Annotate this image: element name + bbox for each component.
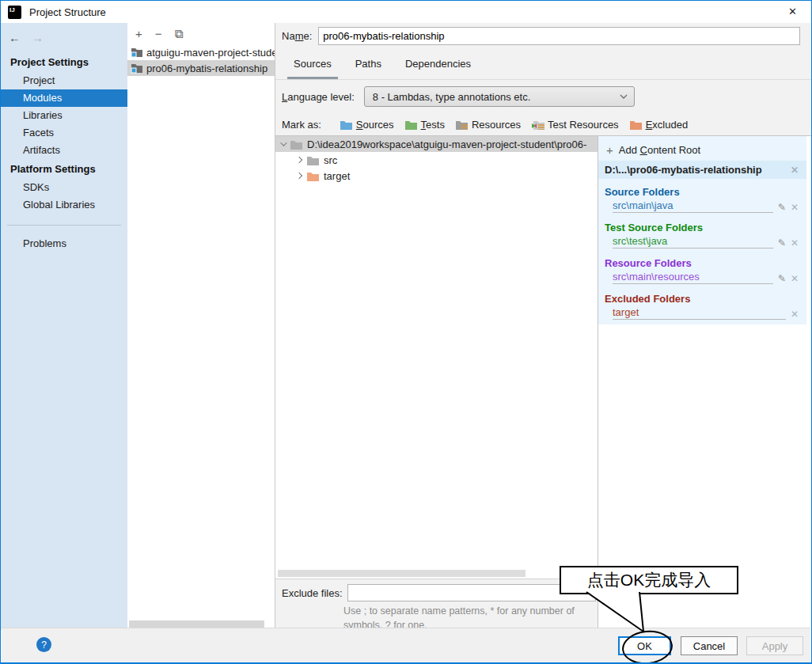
excluded-folders-header: Excluded Folders <box>598 286 806 306</box>
cancel-button[interactable]: Cancel <box>681 636 738 655</box>
tree-row-root[interactable]: D:\idea2019workspace\atguigu-maven-proje… <box>275 136 598 152</box>
mark-as-sources[interactable]: Sources <box>340 119 394 131</box>
source-folder-path[interactable]: src\main\java <box>613 199 773 213</box>
tree-horizontal-scrollbar[interactable] <box>278 570 526 577</box>
annotation-callout: 点击OK完成导入 <box>560 566 738 594</box>
content-root-row[interactable]: D:\...\pro06-mybatis-relationship ✕ <box>598 161 806 179</box>
dialog-title: Project Structure <box>29 6 106 18</box>
remove-module-icon[interactable]: − <box>155 27 162 40</box>
name-label: Name: <box>282 30 312 42</box>
module-list-panel: + − ⧉ atguigu-maven-project-stude pro06-… <box>127 23 275 630</box>
folder-icon <box>307 155 320 165</box>
module-editor: Name: Sources Paths Dependencies Languag… <box>275 23 811 630</box>
tree-node-label: target <box>324 170 350 182</box>
remove-folder-icon[interactable]: ✕ <box>791 309 799 320</box>
excluded-folder-icon <box>630 120 643 130</box>
content-root-detail-panel: + Add Content Root D:\...\pro06-mybatis-… <box>598 136 811 630</box>
sidebar-item-facets[interactable]: Facets <box>1 124 127 142</box>
mark-as-resources[interactable]: Resources <box>456 119 521 131</box>
sources-folder-icon <box>340 120 353 130</box>
sidebar-divider <box>7 225 121 226</box>
module-name: atguigu-maven-project-stude <box>146 47 275 59</box>
sidebar-item-sdks[interactable]: SDKs <box>1 179 127 196</box>
test-source-folders-header: Test Source Folders <box>598 214 806 235</box>
forward-arrow-icon: → <box>32 31 44 44</box>
language-level-value: 8 - Lambdas, type annotations etc. <box>373 91 530 103</box>
tab-dependencies[interactable]: Dependencies <box>399 58 477 79</box>
edit-pencil-icon[interactable]: ✎ <box>778 202 786 213</box>
editor-tabs: Sources Paths Dependencies <box>275 48 811 80</box>
remove-folder-icon[interactable]: ✕ <box>791 273 799 284</box>
title-bar: IJ Project Structure ✕ <box>1 1 811 23</box>
tab-paths[interactable]: Paths <box>349 58 388 79</box>
settings-sidebar: ← → Project Settings Project Modules Lib… <box>1 23 127 630</box>
plus-icon: + <box>606 143 613 157</box>
folder-icon <box>290 139 303 150</box>
resource-folder-path[interactable]: src\main\resources <box>613 271 773 284</box>
mark-as-label: Mark as: <box>282 119 321 131</box>
excluded-folder-row: target ✕ <box>598 306 806 321</box>
mark-as-tests[interactable]: Tests <box>405 119 445 131</box>
copy-module-icon[interactable]: ⧉ <box>175 27 184 41</box>
module-list-item[interactable]: atguigu-maven-project-stude <box>127 44 275 60</box>
remove-content-root-icon[interactable]: ✕ <box>791 165 799 176</box>
resource-folders-header: Resource Folders <box>598 250 806 271</box>
mark-as-test-resources[interactable]: Test Resources <box>532 119 619 131</box>
module-icon <box>131 47 143 58</box>
sidebar-item-artifacts[interactable]: Artifacts <box>1 142 127 159</box>
module-list-horizontal-scrollbar[interactable] <box>129 620 264 628</box>
exclude-files-input[interactable] <box>347 584 596 601</box>
sidebar-item-global-libraries[interactable]: Global Libraries <box>1 196 127 214</box>
module-name: pro06-mybatis-relationship <box>146 63 268 74</box>
test-source-folder-path[interactable]: src\test\java <box>613 235 773 249</box>
content-root-path: D:\...\pro06-mybatis-relationship <box>605 164 762 176</box>
tree-scrollbar-track <box>275 568 598 579</box>
module-list-toolbar: + − ⧉ <box>127 23 275 44</box>
resource-folder-row: src\main\resources ✎ ✕ <box>598 271 806 286</box>
ok-button[interactable]: OK <box>618 636 671 655</box>
add-content-root-button[interactable]: + Add Content Root <box>598 140 806 161</box>
tree-root-path: D:\idea2019workspace\atguigu-maven-proje… <box>307 138 586 150</box>
apply-button: Apply <box>746 636 803 655</box>
tree-row-src[interactable]: src <box>275 152 598 168</box>
remove-folder-icon[interactable]: ✕ <box>791 202 799 213</box>
module-icon <box>131 63 143 74</box>
edit-pencil-icon[interactable]: ✎ <box>778 273 786 284</box>
sidebar-item-libraries[interactable]: Libraries <box>1 107 127 124</box>
mark-as-excluded[interactable]: Excluded <box>630 119 688 131</box>
sidebar-item-modules[interactable]: Modules <box>1 89 127 107</box>
chevron-collapsed-icon[interactable] <box>296 157 302 163</box>
source-folder-row: src\main\java ✎ ✕ <box>598 199 806 214</box>
test-resources-folder-icon <box>532 120 544 130</box>
excluded-folder-icon <box>307 171 320 181</box>
tests-folder-icon <box>405 120 418 130</box>
project-settings-header: Project Settings <box>1 52 127 72</box>
exclude-files-section: Exclude files: Use ; to separate name pa… <box>275 579 598 630</box>
mark-as-bar: Mark as: Sources Tests Resources Test Re… <box>275 113 811 135</box>
tree-row-target[interactable]: target <box>275 168 598 184</box>
module-list-item-selected[interactable]: pro06-mybatis-relationship <box>127 60 275 76</box>
back-arrow-icon[interactable]: ← <box>9 31 21 44</box>
edit-pencil-icon[interactable]: ✎ <box>778 237 786 249</box>
dialog-footer: ? OK Cancel Apply <box>2 628 810 662</box>
chevron-expanded-icon[interactable] <box>280 139 286 146</box>
content-tree: D:\idea2019workspace\atguigu-maven-proje… <box>275 136 598 568</box>
platform-settings-header: Platform Settings <box>1 159 127 179</box>
tab-sources[interactable]: Sources <box>287 58 338 79</box>
sidebar-item-project[interactable]: Project <box>1 72 127 89</box>
language-level-select[interactable]: 8 - Lambdas, type annotations etc. <box>364 86 635 107</box>
language-level-label: Language level: <box>282 91 355 103</box>
project-structure-dialog: IJ Project Structure ✕ ← → Project Setti… <box>0 0 812 664</box>
exclude-files-label: Exclude files: <box>282 587 343 599</box>
module-name-input[interactable] <box>318 27 800 45</box>
sidebar-item-problems[interactable]: Problems <box>1 235 127 252</box>
remove-folder-icon[interactable]: ✕ <box>791 237 799 249</box>
add-module-icon[interactable]: + <box>135 27 142 40</box>
close-icon[interactable]: ✕ <box>788 6 797 17</box>
excluded-folder-path[interactable]: target <box>613 306 786 320</box>
content-root-tree-panel: D:\idea2019workspace\atguigu-maven-proje… <box>275 136 598 630</box>
help-icon[interactable]: ? <box>36 637 51 652</box>
source-folders-header: Source Folders <box>598 179 806 199</box>
intellij-idea-logo-icon: IJ <box>8 6 21 19</box>
chevron-collapsed-icon[interactable] <box>296 173 302 179</box>
